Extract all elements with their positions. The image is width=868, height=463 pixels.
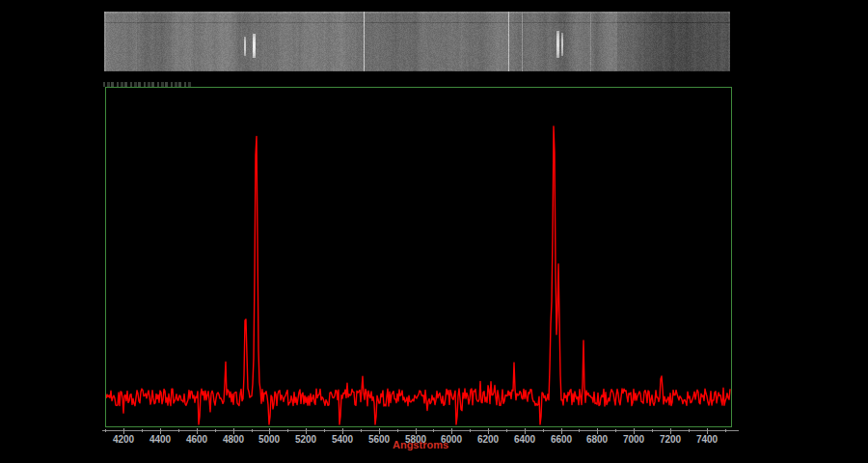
spectrum-plot-box xyxy=(105,87,732,427)
x-axis-minor-tick xyxy=(142,429,143,432)
2d-spectrum-strip-image xyxy=(104,12,730,71)
x-axis-minor-tick xyxy=(506,429,507,432)
x-axis-minor-tick xyxy=(615,429,616,432)
x-axis-minor-tick xyxy=(579,429,580,432)
x-axis-minor-tick xyxy=(543,429,544,432)
x-axis-minor-tick xyxy=(652,429,653,432)
x-axis-label: Angstroms xyxy=(372,439,469,450)
x-axis-minor-tick xyxy=(470,429,471,432)
x-tick-label: 7400 xyxy=(686,434,728,445)
x-axis-minor-tick xyxy=(324,429,325,432)
x-axis-minor-tick xyxy=(287,429,288,432)
x-axis-minor-tick xyxy=(689,429,690,432)
x-axis-line xyxy=(102,430,739,431)
x-axis-minor-tick xyxy=(725,429,726,432)
x-axis-minor-tick xyxy=(397,429,398,432)
x-axis-minor-tick xyxy=(178,429,179,432)
x-axis-minor-tick xyxy=(252,429,253,432)
spectrum-plot-canvas[interactable] xyxy=(106,88,731,426)
x-axis-minor-tick xyxy=(215,429,216,432)
x-axis-minor-tick xyxy=(105,429,106,432)
spectroscopy-tool-window: 4200440046004800500052005400560058006000… xyxy=(0,0,868,463)
x-axis-minor-tick xyxy=(433,429,434,432)
x-axis-minor-tick xyxy=(361,429,362,432)
